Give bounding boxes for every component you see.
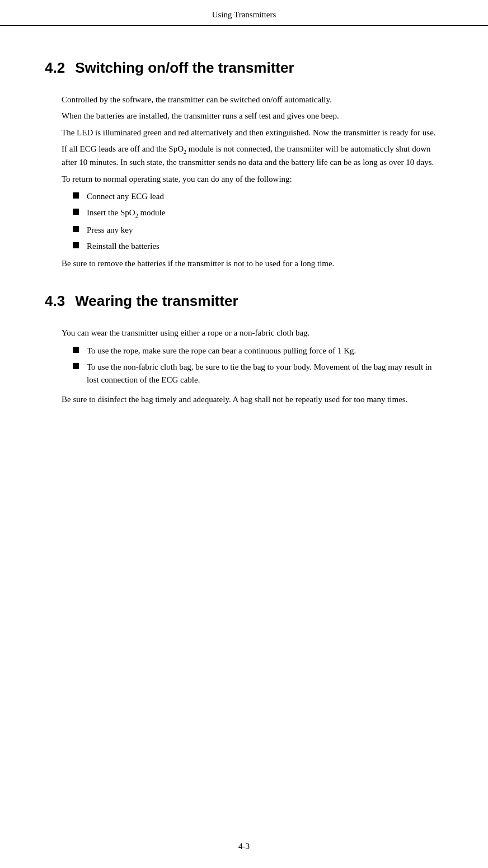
bullet-text: To use the rope, make sure the rope can …	[87, 345, 356, 357]
section-4-2: 4.2Switching on/off the transmitter Cont…	[45, 59, 443, 270]
page-container: Using Transmitters 4.2Switching on/off t…	[0, 0, 488, 868]
section-4-3-bullet-list: To use the rope, make sure the rope can …	[73, 345, 443, 387]
section-4-2-para-1: Controlled by the software, the transmit…	[62, 93, 443, 106]
section-4-3-intro: You can wear the transmitter using eithe…	[62, 327, 443, 339]
list-item: Reinstall the batteries	[73, 240, 443, 253]
bullet-text: Reinstall the batteries	[87, 240, 159, 253]
section-4-3-number: 4.3	[45, 293, 65, 309]
section-4-2-bullet-list: Connect any ECG lead Insert the SpO2 mod…	[73, 190, 443, 253]
bullet-text: Press any key	[87, 224, 133, 237]
bullet-text: To use the non-fabric cloth bag, be sure…	[87, 361, 443, 387]
bullet-icon	[73, 363, 79, 369]
bullet-icon	[73, 226, 79, 232]
content-area: 4.2Switching on/off the transmitter Cont…	[0, 26, 488, 451]
section-4-3-body: You can wear the transmitter using eithe…	[62, 327, 443, 406]
list-item: Insert the SpO2 module	[73, 206, 443, 220]
section-4-3: 4.3Wearing the transmitter You can wear …	[45, 293, 443, 406]
bullet-text: Connect any ECG lead	[87, 190, 164, 203]
bullet-icon	[73, 209, 79, 215]
section-4-2-para-4: If all ECG leads are off and the SpO2 mo…	[62, 143, 443, 169]
bullet-icon	[73, 192, 79, 199]
list-item: Press any key	[73, 224, 443, 237]
section-4-2-heading: 4.2Switching on/off the transmitter	[45, 59, 443, 77]
page-number: 4-3	[238, 842, 250, 851]
bullet-text: Insert the SpO2 module	[87, 206, 165, 220]
section-4-2-para-3: The LED is illuminated green and red alt…	[62, 126, 443, 139]
list-item: To use the rope, make sure the rope can …	[73, 345, 443, 357]
page-header-title: Using Transmitters	[212, 10, 276, 19]
page-footer: 4-3	[0, 842, 488, 851]
list-item: Connect any ECG lead	[73, 190, 443, 203]
section-4-3-title: Wearing the transmitter	[75, 293, 238, 309]
bullet-icon	[73, 347, 79, 353]
page-header: Using Transmitters	[0, 0, 488, 26]
section-4-2-para-2: When the batteries are installed, the tr…	[62, 110, 443, 122]
section-4-2-closing: Be sure to remove the batteries if the t…	[62, 257, 443, 270]
section-4-2-number: 4.2	[45, 59, 65, 76]
section-4-3-heading: 4.3Wearing the transmitter	[45, 293, 443, 310]
section-4-3-closing: Be sure to disinfect the bag timely and …	[62, 393, 443, 406]
section-4-2-para-5: To return to normal operating state, you…	[62, 173, 443, 186]
section-4-2-title: Switching on/off the transmitter	[75, 59, 294, 76]
bullet-icon	[73, 242, 79, 248]
list-item: To use the non-fabric cloth bag, be sure…	[73, 361, 443, 387]
section-4-2-body: Controlled by the software, the transmit…	[62, 93, 443, 270]
